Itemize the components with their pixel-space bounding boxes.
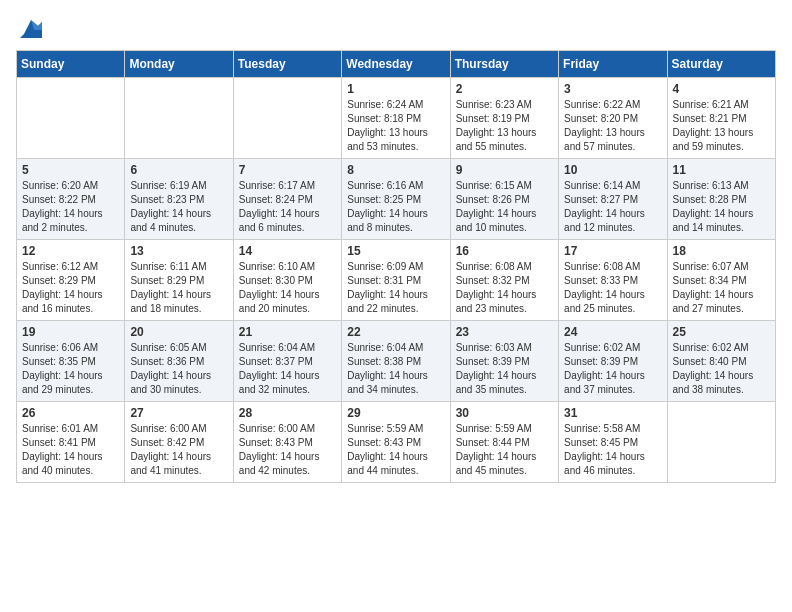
day-number: 29 (347, 406, 444, 420)
day-number: 13 (130, 244, 227, 258)
day-number: 28 (239, 406, 336, 420)
day-info: Sunrise: 6:07 AMSunset: 8:34 PMDaylight:… (673, 260, 770, 316)
calendar-cell: 25Sunrise: 6:02 AMSunset: 8:40 PMDayligh… (667, 321, 775, 402)
header-cell-wednesday: Wednesday (342, 51, 450, 78)
calendar-header: SundayMondayTuesdayWednesdayThursdayFrid… (17, 51, 776, 78)
calendar-cell: 30Sunrise: 5:59 AMSunset: 8:44 PMDayligh… (450, 402, 558, 483)
calendar-cell: 28Sunrise: 6:00 AMSunset: 8:43 PMDayligh… (233, 402, 341, 483)
header-cell-sunday: Sunday (17, 51, 125, 78)
day-number: 26 (22, 406, 119, 420)
day-number: 27 (130, 406, 227, 420)
day-info: Sunrise: 6:06 AMSunset: 8:35 PMDaylight:… (22, 341, 119, 397)
day-info: Sunrise: 6:22 AMSunset: 8:20 PMDaylight:… (564, 98, 661, 154)
day-number: 22 (347, 325, 444, 339)
calendar-cell: 29Sunrise: 5:59 AMSunset: 8:43 PMDayligh… (342, 402, 450, 483)
day-number: 20 (130, 325, 227, 339)
calendar-cell (667, 402, 775, 483)
day-info: Sunrise: 6:03 AMSunset: 8:39 PMDaylight:… (456, 341, 553, 397)
day-number: 19 (22, 325, 119, 339)
day-number: 31 (564, 406, 661, 420)
day-number: 15 (347, 244, 444, 258)
header-cell-monday: Monday (125, 51, 233, 78)
day-number: 4 (673, 82, 770, 96)
calendar-cell: 27Sunrise: 6:00 AMSunset: 8:42 PMDayligh… (125, 402, 233, 483)
calendar-cell: 23Sunrise: 6:03 AMSunset: 8:39 PMDayligh… (450, 321, 558, 402)
day-info: Sunrise: 6:04 AMSunset: 8:38 PMDaylight:… (347, 341, 444, 397)
calendar-cell: 16Sunrise: 6:08 AMSunset: 8:32 PMDayligh… (450, 240, 558, 321)
calendar-week-4: 19Sunrise: 6:06 AMSunset: 8:35 PMDayligh… (17, 321, 776, 402)
calendar-cell: 22Sunrise: 6:04 AMSunset: 8:38 PMDayligh… (342, 321, 450, 402)
day-info: Sunrise: 6:00 AMSunset: 8:42 PMDaylight:… (130, 422, 227, 478)
calendar-cell: 15Sunrise: 6:09 AMSunset: 8:31 PMDayligh… (342, 240, 450, 321)
calendar-cell: 14Sunrise: 6:10 AMSunset: 8:30 PMDayligh… (233, 240, 341, 321)
header-row: SundayMondayTuesdayWednesdayThursdayFrid… (17, 51, 776, 78)
calendar-week-5: 26Sunrise: 6:01 AMSunset: 8:41 PMDayligh… (17, 402, 776, 483)
day-number: 6 (130, 163, 227, 177)
day-info: Sunrise: 6:05 AMSunset: 8:36 PMDaylight:… (130, 341, 227, 397)
day-number: 24 (564, 325, 661, 339)
calendar-cell: 21Sunrise: 6:04 AMSunset: 8:37 PMDayligh… (233, 321, 341, 402)
calendar-week-3: 12Sunrise: 6:12 AMSunset: 8:29 PMDayligh… (17, 240, 776, 321)
day-number: 8 (347, 163, 444, 177)
day-info: Sunrise: 6:15 AMSunset: 8:26 PMDaylight:… (456, 179, 553, 235)
calendar-cell: 5Sunrise: 6:20 AMSunset: 8:22 PMDaylight… (17, 159, 125, 240)
day-number: 2 (456, 82, 553, 96)
calendar-cell: 18Sunrise: 6:07 AMSunset: 8:34 PMDayligh… (667, 240, 775, 321)
calendar-cell (233, 78, 341, 159)
day-number: 25 (673, 325, 770, 339)
calendar-cell: 9Sunrise: 6:15 AMSunset: 8:26 PMDaylight… (450, 159, 558, 240)
calendar-cell: 10Sunrise: 6:14 AMSunset: 8:27 PMDayligh… (559, 159, 667, 240)
day-info: Sunrise: 6:09 AMSunset: 8:31 PMDaylight:… (347, 260, 444, 316)
day-info: Sunrise: 6:04 AMSunset: 8:37 PMDaylight:… (239, 341, 336, 397)
calendar-cell: 17Sunrise: 6:08 AMSunset: 8:33 PMDayligh… (559, 240, 667, 321)
calendar-cell: 1Sunrise: 6:24 AMSunset: 8:18 PMDaylight… (342, 78, 450, 159)
page-header (16, 16, 776, 38)
calendar-cell: 3Sunrise: 6:22 AMSunset: 8:20 PMDaylight… (559, 78, 667, 159)
day-info: Sunrise: 6:00 AMSunset: 8:43 PMDaylight:… (239, 422, 336, 478)
day-number: 30 (456, 406, 553, 420)
day-info: Sunrise: 6:02 AMSunset: 8:39 PMDaylight:… (564, 341, 661, 397)
calendar-cell (125, 78, 233, 159)
day-info: Sunrise: 6:08 AMSunset: 8:33 PMDaylight:… (564, 260, 661, 316)
day-info: Sunrise: 6:16 AMSunset: 8:25 PMDaylight:… (347, 179, 444, 235)
calendar-cell: 6Sunrise: 6:19 AMSunset: 8:23 PMDaylight… (125, 159, 233, 240)
day-number: 5 (22, 163, 119, 177)
day-info: Sunrise: 6:21 AMSunset: 8:21 PMDaylight:… (673, 98, 770, 154)
calendar-table: SundayMondayTuesdayWednesdayThursdayFrid… (16, 50, 776, 483)
day-number: 11 (673, 163, 770, 177)
day-info: Sunrise: 6:08 AMSunset: 8:32 PMDaylight:… (456, 260, 553, 316)
header-cell-friday: Friday (559, 51, 667, 78)
calendar-week-2: 5Sunrise: 6:20 AMSunset: 8:22 PMDaylight… (17, 159, 776, 240)
day-info: Sunrise: 6:10 AMSunset: 8:30 PMDaylight:… (239, 260, 336, 316)
day-number: 23 (456, 325, 553, 339)
header-cell-saturday: Saturday (667, 51, 775, 78)
day-info: Sunrise: 6:12 AMSunset: 8:29 PMDaylight:… (22, 260, 119, 316)
day-info: Sunrise: 6:23 AMSunset: 8:19 PMDaylight:… (456, 98, 553, 154)
calendar-cell: 8Sunrise: 6:16 AMSunset: 8:25 PMDaylight… (342, 159, 450, 240)
day-number: 3 (564, 82, 661, 96)
logo-icon (20, 16, 42, 38)
day-number: 18 (673, 244, 770, 258)
day-info: Sunrise: 6:19 AMSunset: 8:23 PMDaylight:… (130, 179, 227, 235)
calendar-cell: 31Sunrise: 5:58 AMSunset: 8:45 PMDayligh… (559, 402, 667, 483)
day-number: 1 (347, 82, 444, 96)
calendar-cell: 7Sunrise: 6:17 AMSunset: 8:24 PMDaylight… (233, 159, 341, 240)
day-info: Sunrise: 6:13 AMSunset: 8:28 PMDaylight:… (673, 179, 770, 235)
day-info: Sunrise: 5:59 AMSunset: 8:44 PMDaylight:… (456, 422, 553, 478)
day-number: 10 (564, 163, 661, 177)
calendar-cell: 19Sunrise: 6:06 AMSunset: 8:35 PMDayligh… (17, 321, 125, 402)
calendar-cell: 20Sunrise: 6:05 AMSunset: 8:36 PMDayligh… (125, 321, 233, 402)
calendar-cell (17, 78, 125, 159)
calendar-cell: 4Sunrise: 6:21 AMSunset: 8:21 PMDaylight… (667, 78, 775, 159)
day-number: 12 (22, 244, 119, 258)
day-number: 7 (239, 163, 336, 177)
calendar-cell: 26Sunrise: 6:01 AMSunset: 8:41 PMDayligh… (17, 402, 125, 483)
calendar-body: 1Sunrise: 6:24 AMSunset: 8:18 PMDaylight… (17, 78, 776, 483)
calendar-cell: 13Sunrise: 6:11 AMSunset: 8:29 PMDayligh… (125, 240, 233, 321)
day-info: Sunrise: 6:01 AMSunset: 8:41 PMDaylight:… (22, 422, 119, 478)
calendar-cell: 12Sunrise: 6:12 AMSunset: 8:29 PMDayligh… (17, 240, 125, 321)
day-info: Sunrise: 6:11 AMSunset: 8:29 PMDaylight:… (130, 260, 227, 316)
day-info: Sunrise: 5:58 AMSunset: 8:45 PMDaylight:… (564, 422, 661, 478)
header-cell-thursday: Thursday (450, 51, 558, 78)
day-info: Sunrise: 6:24 AMSunset: 8:18 PMDaylight:… (347, 98, 444, 154)
